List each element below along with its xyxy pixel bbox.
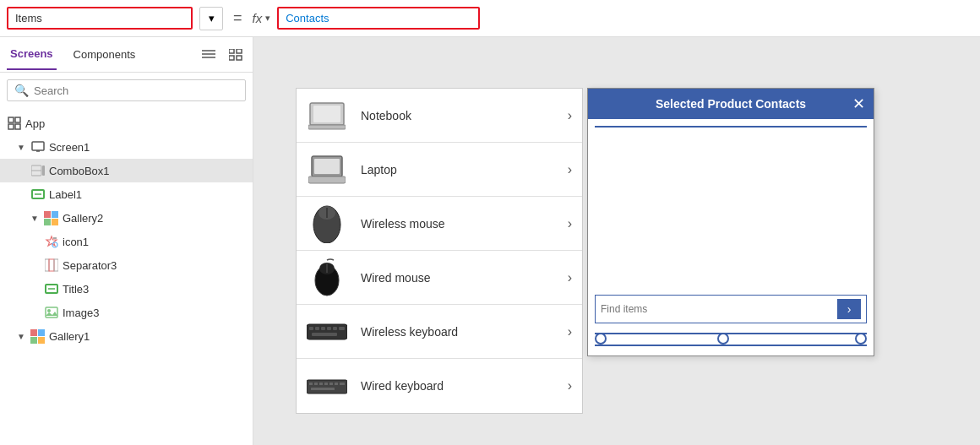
tab-screens[interactable]: Screens xyxy=(7,39,57,70)
svg-rect-45 xyxy=(339,327,345,330)
fx-chevron-icon[interactable]: ▾ xyxy=(265,13,270,24)
svg-rect-29 xyxy=(308,125,346,129)
search-box: 🔍 xyxy=(7,79,246,101)
tree-item-gallery2[interactable]: ▼ Gallery2 xyxy=(0,206,253,230)
notebook-arrow-icon: › xyxy=(568,108,572,123)
svg-rect-6 xyxy=(237,56,242,60)
svg-rect-28 xyxy=(313,106,340,122)
tree-item-combobox1[interactable]: ComboBox1 xyxy=(0,159,253,182)
tree-item-label1[interactable]: Label1 xyxy=(0,182,253,206)
svg-rect-39 xyxy=(307,324,347,339)
svg-rect-10 xyxy=(15,124,20,129)
wiredmouse-img xyxy=(307,261,347,295)
items-input[interactable] xyxy=(7,7,193,30)
gallery-item-wiredmouse[interactable]: Wired mouse › xyxy=(297,251,582,305)
tree-panel: App ▼ Screen1 ComboBox1 xyxy=(0,108,253,445)
icon1-icon xyxy=(44,234,59,249)
grid-view-icon[interactable] xyxy=(226,45,246,65)
tree-item-icon1-label: icon1 xyxy=(63,236,89,248)
tree-item-label1-label: Label1 xyxy=(49,188,82,201)
wkeyboard-label: Wireless keyboard xyxy=(361,325,554,339)
svg-rect-43 xyxy=(327,327,331,330)
tree-item-app[interactable]: App xyxy=(0,111,253,135)
overlay-header: Selected Product Contacts ✕ xyxy=(588,89,874,119)
gallery-item-laptop[interactable]: Laptop › xyxy=(297,143,582,197)
tree-item-image3-label: Image3 xyxy=(63,307,99,319)
svg-rect-5 xyxy=(229,56,234,60)
svg-rect-9 xyxy=(8,124,14,129)
overlay-close-button[interactable]: ✕ xyxy=(852,95,865,113)
title-icon xyxy=(44,281,59,296)
svg-rect-52 xyxy=(329,383,333,385)
overlay-divider xyxy=(595,126,867,128)
svg-rect-51 xyxy=(324,383,328,385)
app-icon xyxy=(7,116,22,131)
overlay-body: › xyxy=(588,119,874,355)
svg-rect-53 xyxy=(335,383,338,385)
tree-item-gallery1[interactable]: ▼ Gallery1 xyxy=(0,324,253,348)
gallery-icon xyxy=(44,210,59,225)
svg-rect-8 xyxy=(15,117,20,122)
wiredkeyboard-label: Wired keyboard xyxy=(361,379,554,393)
items-dropdown-arrow[interactable]: ▾ xyxy=(199,7,223,30)
search-icon: 🔍 xyxy=(14,84,29,97)
svg-rect-3 xyxy=(229,49,234,53)
main-layout: Screens Components 🔍 xyxy=(0,37,980,445)
svg-rect-22 xyxy=(54,259,58,271)
wiredmouse-label: Wired mouse xyxy=(361,271,554,285)
wmouse-img xyxy=(307,207,347,241)
svg-rect-15 xyxy=(42,166,45,176)
wiredmouse-arrow-icon: › xyxy=(568,270,572,285)
list-view-icon[interactable] xyxy=(199,45,219,65)
tree-item-app-label: App xyxy=(25,117,45,130)
screen-icon xyxy=(30,139,46,155)
notebook-img xyxy=(307,99,347,133)
formula-input[interactable] xyxy=(277,7,480,30)
search-input[interactable] xyxy=(34,84,238,97)
tree-item-screen1-label: Screen1 xyxy=(49,141,90,154)
wmouse-label: Wireless mouse xyxy=(361,217,554,231)
wmouse-arrow-icon: › xyxy=(568,216,572,231)
svg-rect-48 xyxy=(309,383,313,385)
scroll-handle-right[interactable] xyxy=(855,333,867,345)
gallery-item-notebook[interactable]: Notebook › xyxy=(297,89,582,143)
scroll-handle-left[interactable] xyxy=(595,333,607,345)
svg-rect-21 xyxy=(49,259,54,271)
gallery-item-wmouse[interactable]: Wireless mouse › xyxy=(297,197,582,251)
label-icon xyxy=(30,187,46,202)
laptop-arrow-icon: › xyxy=(568,162,572,177)
svg-rect-49 xyxy=(314,383,318,385)
tab-icons xyxy=(199,45,246,65)
svg-rect-55 xyxy=(311,388,335,390)
canvas-area: Notebook › Laptop › Wireless mouse › xyxy=(253,37,980,445)
gallery-item-wkeyboard[interactable]: Wireless keyboard › xyxy=(297,305,582,359)
svg-rect-50 xyxy=(319,383,323,385)
notebook-label: Notebook xyxy=(361,109,554,122)
laptop-label: Laptop xyxy=(361,163,554,176)
tree-item-icon1[interactable]: icon1 xyxy=(0,230,253,253)
svg-rect-40 xyxy=(309,327,313,330)
tree-item-screen1[interactable]: ▼ Screen1 xyxy=(0,135,253,159)
combobox-icon xyxy=(30,163,46,178)
svg-point-26 xyxy=(47,309,51,312)
scroll-area xyxy=(595,328,867,349)
wiredkeyboard-arrow-icon: › xyxy=(568,378,572,393)
search-chevron-icon: › xyxy=(847,302,852,316)
tab-components[interactable]: Components xyxy=(70,40,139,69)
tree-item-combobox1-label: ComboBox1 xyxy=(49,165,110,177)
overlay-search-row: › xyxy=(595,295,867,323)
scroll-handle-mid[interactable] xyxy=(717,333,729,345)
tree-item-title3-label: Title3 xyxy=(63,283,89,296)
svg-rect-42 xyxy=(321,327,325,330)
gallery2-chevron-icon: ▼ xyxy=(30,214,39,223)
overlay-panel: Selected Product Contacts ✕ › xyxy=(587,88,874,356)
tree-item-title3[interactable]: Title3 xyxy=(0,277,253,301)
scroll-track-top xyxy=(595,333,867,334)
overlay-search-button[interactable]: › xyxy=(837,299,861,319)
gallery-item-wiredkeyboard[interactable]: Wired keyboard › xyxy=(297,359,582,413)
overlay-search-input[interactable] xyxy=(601,303,834,315)
tree-item-image3[interactable]: Image3 xyxy=(0,301,253,324)
overlay-title: Selected Product Contacts xyxy=(656,97,806,111)
tree-item-separator3[interactable]: Separator3 xyxy=(0,253,253,277)
equals-sign: = xyxy=(230,9,246,27)
